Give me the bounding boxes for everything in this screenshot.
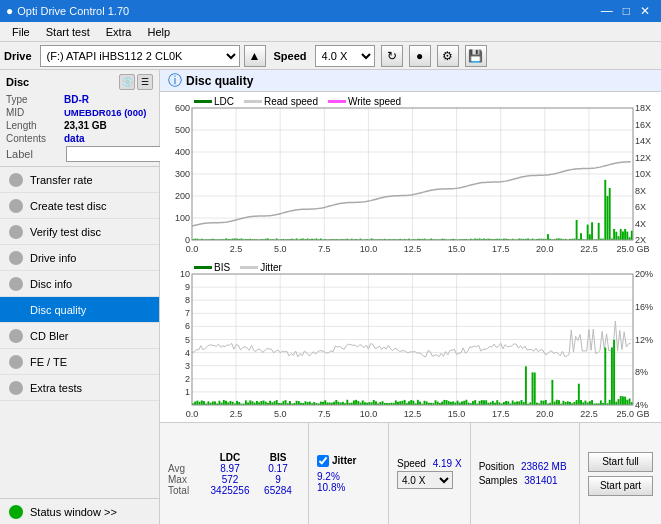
- legend-ldc-color: [194, 100, 212, 103]
- verify-test-disc-icon: [8, 224, 24, 240]
- disc-type-value: BD-R: [64, 94, 89, 105]
- main-layout: Disc 💿 ☰ Type BD-R MID UMEBDR016 (000) L…: [0, 70, 661, 524]
- record-button[interactable]: ●: [409, 45, 431, 67]
- nav-disc-quality-label: Disc quality: [30, 304, 86, 316]
- start-part-button[interactable]: Start part: [588, 476, 653, 496]
- menu-extra[interactable]: Extra: [98, 22, 140, 42]
- stats-avg-bis: 0.17: [256, 463, 300, 474]
- nav-fe-te-label: FE / TE: [30, 356, 67, 368]
- nav-transfer-rate[interactable]: Transfer rate: [0, 167, 159, 193]
- full-layout: ⓘ Disc quality LDC Read: [160, 70, 661, 524]
- legend-read-speed-color: [244, 100, 262, 103]
- stats-row-avg: Avg 8.97 0.17: [168, 463, 300, 474]
- legend-jitter: Jitter: [240, 262, 282, 273]
- legend-ldc: LDC: [194, 96, 234, 107]
- legend-jitter-label: Jitter: [260, 262, 282, 273]
- window-controls: — □ ✕: [596, 0, 655, 22]
- status-window-button[interactable]: Status window >>: [0, 498, 159, 524]
- speed-header: Speed 4.19 X: [397, 458, 462, 469]
- status-window-label: Status window >>: [30, 506, 117, 518]
- cd-bler-icon: [8, 328, 24, 344]
- menu-help[interactable]: Help: [139, 22, 178, 42]
- stats-max-label: Max: [168, 474, 204, 485]
- nav-cd-bler[interactable]: CD Bler: [0, 323, 159, 349]
- disc-label-label: Label: [6, 148, 64, 160]
- stats-avg-label: Avg: [168, 463, 204, 474]
- disc-contents-row: Contents data: [6, 133, 153, 144]
- nav-fe-te[interactable]: FE / TE: [0, 349, 159, 375]
- stats-total-bis: 65284: [256, 485, 300, 496]
- position-row: Position 23862 MB: [479, 461, 567, 472]
- buttons-section: Start full Start part: [579, 423, 661, 524]
- nav-disc-quality[interactable]: Disc quality: [0, 297, 159, 323]
- disc-mid-row: MID UMEBDR016 (000): [6, 107, 153, 118]
- start-full-button[interactable]: Start full: [588, 452, 653, 472]
- disc-type-label: Type: [6, 94, 64, 105]
- disc-length-value: 23,31 GB: [64, 120, 107, 131]
- drive-info-icon: [8, 250, 24, 266]
- stats-total-label: Total: [168, 485, 204, 496]
- app-title: Opti Drive Control 1.70: [17, 5, 129, 17]
- nav-extra-tests[interactable]: Extra tests: [0, 375, 159, 401]
- disc-length-row: Length 23,31 GB: [6, 120, 153, 131]
- disc-icon-2[interactable]: ☰: [137, 74, 153, 90]
- title-bar-title: ● Opti Drive Control 1.70: [6, 4, 129, 18]
- disc-info-icon: [8, 276, 24, 292]
- legend-read-speed-label: Read speed: [264, 96, 318, 107]
- disc-label-row: Label 🔍: [6, 146, 153, 162]
- maximize-button[interactable]: □: [618, 0, 635, 22]
- content-area: ⓘ Disc quality LDC Read: [160, 70, 661, 524]
- nav-create-test-disc[interactable]: Create test disc: [0, 193, 159, 219]
- extra-tests-icon: [8, 380, 24, 396]
- stats-row-max: Max 572 9: [168, 474, 300, 485]
- chart-title: Disc quality: [186, 74, 253, 88]
- settings-button[interactable]: ⚙: [437, 45, 459, 67]
- disc-icons: 💿 ☰: [119, 74, 153, 90]
- disc-icon-1[interactable]: 💿: [119, 74, 135, 90]
- close-button[interactable]: ✕: [635, 0, 655, 22]
- legend-ldc-label: LDC: [214, 96, 234, 107]
- position-section: Position 23862 MB Samples 381401: [470, 423, 575, 524]
- bottom-chart-legend: BIS Jitter: [190, 260, 286, 275]
- speed-value: 4.19 X: [433, 458, 462, 469]
- minimize-button[interactable]: —: [596, 0, 618, 22]
- menu-file[interactable]: File: [4, 22, 38, 42]
- legend-read-speed: Read speed: [244, 96, 318, 107]
- eject-button[interactable]: ▲: [244, 45, 266, 67]
- nav-drive-info[interactable]: Drive info: [0, 245, 159, 271]
- stats-col-ldc: LDC: [204, 452, 256, 463]
- nav-disc-info-label: Disc info: [30, 278, 72, 290]
- speed-select[interactable]: 4.0 X: [397, 471, 453, 489]
- menu-start-test[interactable]: Start test: [38, 22, 98, 42]
- jitter-avg-value: 9.2%: [317, 471, 380, 482]
- position-value: 23862 MB: [521, 461, 567, 472]
- jitter-checkbox[interactable]: [317, 455, 329, 467]
- stats-col-empty: [168, 452, 204, 463]
- nav-verify-test-disc[interactable]: Verify test disc: [0, 219, 159, 245]
- speed-select[interactable]: 4.0 X: [315, 45, 375, 67]
- nav-drive-info-label: Drive info: [30, 252, 76, 264]
- nav-transfer-rate-label: Transfer rate: [30, 174, 93, 186]
- top-chart-canvas: [160, 92, 661, 258]
- top-chart-pane: LDC Read speed Write speed: [160, 92, 661, 258]
- disc-contents-label: Contents: [6, 133, 64, 144]
- sidebar: Disc 💿 ☰ Type BD-R MID UMEBDR016 (000) L…: [0, 70, 160, 524]
- chart-header-icon: ⓘ: [168, 72, 182, 90]
- nav-create-test-disc-label: Create test disc: [30, 200, 106, 212]
- samples-value: 381401: [524, 475, 557, 486]
- stats-bottom: LDC BIS Avg 8.97 0.17 Max: [160, 422, 661, 524]
- disc-mid-label: MID: [6, 107, 64, 118]
- create-test-disc-icon: [8, 198, 24, 214]
- disc-contents-value: data: [64, 133, 85, 144]
- disc-length-label: Length: [6, 120, 64, 131]
- speed-section: Speed 4.19 X 4.0 X: [388, 423, 470, 524]
- bottom-chart-pane: BIS Jitter: [160, 258, 661, 423]
- save-button[interactable]: 💾: [465, 45, 487, 67]
- drive-select[interactable]: (F:) ATAPI iHBS112 2 CL0K: [40, 45, 240, 67]
- legend-write-speed-color: [328, 100, 346, 103]
- refresh-button[interactable]: ↻: [381, 45, 403, 67]
- stats-max-bis: 9: [256, 474, 300, 485]
- nav-disc-info[interactable]: Disc info: [0, 271, 159, 297]
- stats-table-section: LDC BIS Avg 8.97 0.17 Max: [160, 423, 308, 524]
- charts-container: LDC Read speed Write speed: [160, 92, 661, 422]
